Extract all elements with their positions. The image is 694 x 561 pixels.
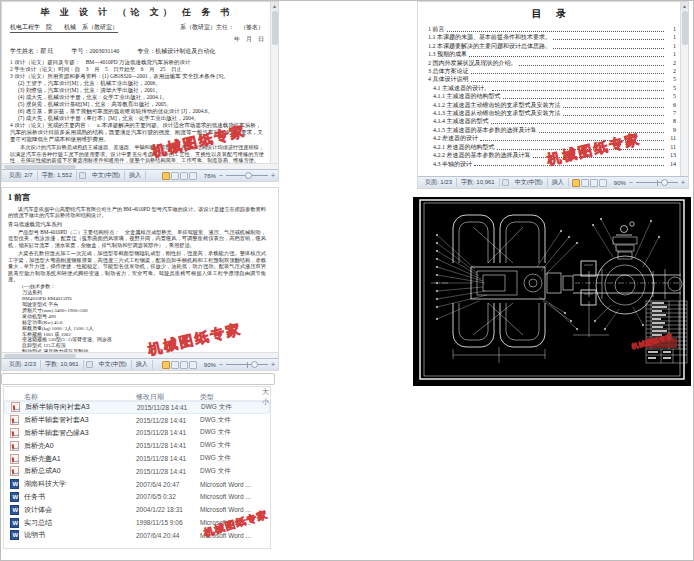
insert-mode-indicator[interactable]: 插入 — [132, 360, 153, 369]
preface-paragraph: 大梁各孔数控激光加工一次完成，加强型等截面型钢辊轧成型，刚性好，强度高，承载能力… — [8, 250, 266, 282]
file-name[interactable]: 后桥半轴套管衬套A3 — [24, 415, 136, 425]
vertical-scrollbar[interactable]: ▲ — [680, 2, 688, 176]
file-date-modified: 2015/11/28 14:41 — [136, 417, 200, 424]
dot-leader — [497, 149, 665, 150]
word-count[interactable]: 字数: 10,961 — [41, 360, 84, 369]
print-layout-view-button[interactable] — [572, 179, 580, 187]
dot-leader — [553, 39, 664, 40]
print-layout-view-button[interactable] — [162, 172, 170, 180]
dot-leader — [519, 65, 665, 66]
file-type-icon — [10, 505, 19, 515]
zoom-slider-thumb[interactable] — [661, 179, 668, 186]
column-header-name[interactable]: 名称 — [24, 392, 136, 402]
view-switcher — [162, 172, 197, 180]
file-row[interactable]: 实习总结 1998/11/15 9:06 Microsoft Word ... — [4, 516, 270, 529]
file-row[interactable]: 后桥半轴导向衬套A3 2015/11/28 14:41 DWG 文件 — [4, 401, 270, 414]
zoom-slider[interactable] — [226, 172, 268, 180]
file-name[interactable]: 后桥壳A0 — [24, 441, 136, 451]
scrollbar-thumb[interactable] — [272, 11, 278, 45]
web-layout-view-button[interactable] — [180, 361, 188, 369]
draft-view-button[interactable] — [189, 361, 197, 369]
file-row[interactable]: 后桥总成A0 2015/11/28 14:41 DWG 文件 — [4, 465, 270, 478]
zoom-slider-thumb[interactable] — [245, 172, 252, 179]
zoom-slider[interactable] — [226, 361, 268, 369]
file-row[interactable]: 任务书 2007/6/5 0:32 Microsoft Word ... — [4, 491, 270, 504]
view-switcher — [572, 179, 607, 187]
taskbook-reference: (6) 遇立基，黄宗益，基于接触可靠度的弧齿锥齿轮传动的优化设计 [J]，200… — [10, 108, 264, 115]
column-header-type[interactable]: 类型 — [200, 392, 262, 402]
zoom-out-icon[interactable]: − — [219, 172, 223, 180]
file-name[interactable]: 湖南科技大学 — [24, 479, 136, 489]
proofing-status-icon[interactable] — [86, 361, 93, 368]
draft-view-button[interactable] — [189, 172, 197, 180]
column-header-size[interactable]: 大小 — [262, 387, 270, 407]
file-type: DWG 文件 — [200, 428, 262, 437]
file-row[interactable]: 后桥半轴套管凸缘A3 2015/11/28 14:41 DWG 文件 — [4, 427, 270, 440]
insert-mode-indicator[interactable]: 插入 — [548, 178, 569, 187]
toc-entry-label: 1.2 本课题要解决的主要问题和设计总体思路。 — [428, 42, 551, 50]
file-date-modified: 2015/11/28 14:41 — [137, 404, 201, 411]
zoom-slider-thumb[interactable] — [251, 361, 258, 368]
word-count[interactable]: 字数: 1,552 — [38, 171, 77, 180]
fullscreen-view-button[interactable] — [171, 172, 179, 180]
insert-mode-indicator[interactable]: 插入 — [125, 171, 146, 180]
file-name[interactable]: 任务书 — [24, 492, 136, 502]
file-row[interactable]: 后桥壳A0 2015/11/28 14:41 DWG 文件 — [4, 439, 270, 452]
scrollbar-thumb[interactable] — [682, 11, 688, 45]
zoom-out-icon[interactable]: − — [219, 361, 223, 369]
print-layout-view-button[interactable] — [162, 361, 170, 369]
zoom-slider[interactable] — [636, 179, 678, 187]
vertical-scrollbar[interactable]: ▲ — [270, 2, 278, 164]
web-layout-view-button[interactable] — [180, 172, 188, 180]
file-name[interactable]: 设计体会 — [24, 505, 136, 515]
scroll-up-icon[interactable]: ▲ — [271, 2, 278, 10]
zoom-out-icon[interactable]: − — [629, 179, 633, 187]
column-header-date[interactable]: 修改日期 — [136, 392, 200, 402]
proofing-status-icon[interactable] — [79, 172, 86, 179]
file-name[interactable]: 后桥壳盖A1 — [24, 454, 136, 464]
file-row[interactable]: 后桥壳盖A1 2015/11/28 14:41 DWG 文件 — [4, 452, 270, 465]
page-indicator[interactable]: 页面: 2/7 — [5, 171, 38, 180]
file-date-modified: 2015/11/28 14:41 — [136, 468, 200, 475]
page-indicator[interactable]: 页面: 1/23 — [421, 178, 457, 187]
language-indicator[interactable]: 中文(中国) — [511, 178, 548, 187]
draft-view-button[interactable] — [599, 179, 607, 187]
taskbook-item2: 2 学生设计（论文）时间：自 3 月 5 日开始至 6 月 25 日止 — [10, 66, 264, 73]
zoom-level[interactable]: 90% — [611, 180, 629, 186]
taskbook-dept-line: 机电工程学 院 机械 系（教研室） — [10, 23, 118, 33]
language-indicator[interactable]: 中文(中国) — [88, 171, 125, 180]
taskbook-reference: (7) 成大先，机械设计手册（单行本）[M]，北京：化学工业出版社，2004。 — [10, 115, 264, 122]
file-row[interactable]: 湖南科技大学 2007/6/4 20:47 Microsoft Word ... — [4, 478, 270, 491]
taskbook-item3: 3 设计（论文）所用资源和参考资料：(1) GB18320—2001，农用运输车… — [10, 73, 264, 80]
file-row[interactable]: 设计体会 2004/1/22 18:31 Microsoft Word ... — [4, 503, 270, 516]
language-indicator[interactable]: 中文(中国) — [95, 360, 132, 369]
proofing-status-icon[interactable] — [502, 179, 509, 186]
toc-entry-page: 5 — [666, 84, 676, 92]
taskbook-item4: 4 设计（论文）完成的主要内容： a. 本课题解决的主要问题。设计适合市场需求的… — [10, 122, 264, 143]
file-type: Microsoft Word ... — [200, 506, 262, 513]
toc-entry-page: 6 — [666, 101, 676, 109]
file-row[interactable]: 后桥半轴套管衬套A3 2015/11/28 14:41 DWG 文件 — [4, 414, 270, 427]
page-indicator[interactable]: 页面: 2/23 — [5, 360, 41, 369]
scroll-up-icon[interactable]: ▲ — [681, 2, 688, 10]
zoom-in-icon[interactable]: + — [271, 172, 275, 180]
file-row[interactable]: 说明书 2007/6/4 20:44 Microsoft Word ... — [4, 529, 270, 542]
file-name[interactable]: 说明书 — [24, 530, 136, 540]
dot-leader — [469, 56, 664, 57]
file-name[interactable]: 实习总结 — [24, 518, 136, 528]
file-name[interactable]: 后桥半轴套管凸缘A3 — [24, 428, 136, 438]
web-layout-view-button[interactable] — [590, 179, 598, 187]
zoom-level[interactable]: 76% — [201, 173, 219, 179]
file-name[interactable]: 后桥总成A0 — [24, 466, 136, 476]
zoom-in-icon[interactable]: + — [271, 361, 275, 369]
word-count[interactable]: 字数: 10,961 — [457, 178, 500, 187]
toc-entry-label: 1.1 本课题的来源、基本前提条件和技术要求。 — [428, 33, 551, 41]
word-status-bar: 页面: 2/7 字数: 1,552 中文(中国) 插入 76% − + — [2, 169, 278, 181]
fullscreen-view-button[interactable] — [171, 361, 179, 369]
file-type: Microsoft Word ... — [200, 493, 262, 500]
preface-document-window: 1 前言 该汽车是依据中山高塑特汽车有限公司生产的 BM-4010PD 型号汽车… — [1, 187, 279, 371]
zoom-in-icon[interactable]: + — [681, 179, 685, 187]
fullscreen-view-button[interactable] — [581, 179, 589, 187]
zoom-level[interactable]: 90% — [201, 362, 219, 368]
file-name[interactable]: 后桥半轴导向衬套A3 — [25, 402, 137, 412]
